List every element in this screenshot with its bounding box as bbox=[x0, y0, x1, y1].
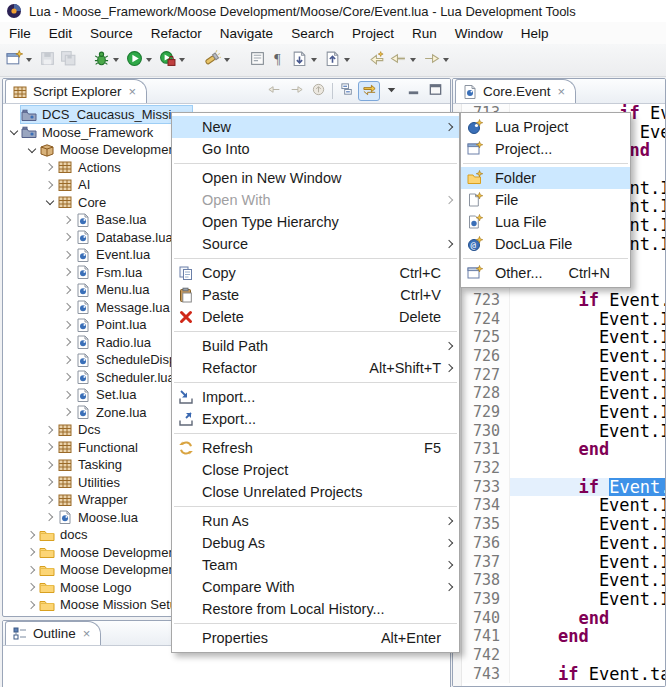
menu-item-run-as[interactable]: Run As bbox=[172, 510, 459, 532]
search-button[interactable] bbox=[203, 48, 234, 72]
collapse-all-button[interactable] bbox=[336, 81, 358, 101]
chevron-collapsed-icon[interactable] bbox=[43, 164, 57, 170]
menubar-item-run[interactable]: Run bbox=[403, 24, 446, 43]
menu-item-copy[interactable]: CopyCtrl+C bbox=[172, 262, 459, 284]
chevron-expanded-icon[interactable] bbox=[7, 130, 21, 134]
tree-item-content[interactable]: Base.lua bbox=[75, 211, 147, 228]
back-button[interactable] bbox=[389, 48, 420, 72]
close-icon[interactable]: × bbox=[558, 85, 566, 98]
chevron-collapsed-icon[interactable] bbox=[61, 269, 75, 275]
tab-core-event[interactable]: Core.Event × bbox=[455, 79, 576, 103]
link-with-editor-button[interactable] bbox=[358, 81, 380, 101]
debug-button[interactable] bbox=[92, 48, 123, 72]
dropdown-arrow-icon[interactable] bbox=[113, 58, 119, 62]
menubar-item-file[interactable]: File bbox=[0, 24, 40, 43]
menu-item-go-into[interactable]: Go Into bbox=[172, 138, 459, 160]
menubar-item-search[interactable]: Search bbox=[282, 24, 343, 43]
chevron-collapsed-icon[interactable] bbox=[61, 357, 75, 363]
chevron-collapsed-icon[interactable] bbox=[61, 409, 75, 415]
next-annotation-button[interactable] bbox=[290, 48, 321, 72]
tree-item-content[interactable]: Zone.lua bbox=[75, 404, 147, 421]
menu-item-close-project[interactable]: Close Project bbox=[172, 459, 459, 481]
menubar-item-source[interactable]: Source bbox=[81, 24, 142, 43]
chevron-collapsed-icon[interactable] bbox=[25, 602, 39, 608]
tree-item-content[interactable]: Utilities bbox=[57, 474, 120, 491]
tree-item-content[interactable]: Dcs bbox=[57, 421, 100, 438]
chevron-collapsed-icon[interactable] bbox=[25, 532, 39, 538]
tree-item-content[interactable]: Set.lua bbox=[75, 386, 136, 403]
coverage-button[interactable] bbox=[158, 48, 189, 72]
dropdown-arrow-icon[interactable] bbox=[224, 58, 230, 62]
tree-item-selected-content[interactable]: DCS_Caucasus_Missions bbox=[21, 106, 192, 123]
chevron-collapsed-icon[interactable] bbox=[61, 234, 75, 240]
chevron-collapsed-icon[interactable] bbox=[43, 444, 57, 450]
menu-item-open-type-hierarchy[interactable]: Open Type Hierarchy bbox=[172, 211, 459, 233]
tree-item-content[interactable]: Radio.lua bbox=[75, 334, 151, 351]
chevron-collapsed-icon[interactable] bbox=[61, 252, 75, 258]
menu-item-open-in-new-window[interactable]: Open in New Window bbox=[172, 167, 459, 189]
prev-annotation-button[interactable] bbox=[323, 48, 354, 72]
tree-item-content[interactable]: Actions bbox=[57, 159, 121, 176]
chevron-collapsed-icon[interactable] bbox=[25, 567, 39, 573]
go-up-button[interactable] bbox=[307, 81, 329, 101]
menu-item-lua-project[interactable]: Lua Project bbox=[461, 116, 630, 138]
tree-item-content[interactable]: Moose_Framework bbox=[21, 124, 153, 141]
tree-item-content[interactable]: AI bbox=[57, 176, 90, 193]
menu-item-delete[interactable]: DeleteDelete bbox=[172, 306, 459, 328]
menu-item-lua-file[interactable]: Lua File bbox=[461, 211, 630, 233]
tree-item-content[interactable]: Fsm.lua bbox=[75, 264, 142, 281]
menu-item-paste[interactable]: PasteCtrl+V bbox=[172, 284, 459, 306]
menu-item-team[interactable]: Team bbox=[172, 554, 459, 576]
tab-script-explorer[interactable]: Script Explorer × bbox=[5, 79, 147, 103]
tree-item-content[interactable]: docs bbox=[39, 526, 87, 543]
close-icon[interactable]: × bbox=[129, 85, 137, 98]
dropdown-arrow-icon[interactable] bbox=[443, 58, 449, 62]
chevron-collapsed-icon[interactable] bbox=[43, 497, 57, 503]
menu-item-close-unrelated-projects[interactable]: Close Unrelated Projects bbox=[172, 481, 459, 503]
close-icon[interactable]: × bbox=[83, 627, 91, 640]
new-wizard-button[interactable] bbox=[5, 48, 36, 72]
chevron-expanded-icon[interactable] bbox=[25, 148, 39, 152]
menu-item-new[interactable]: New bbox=[172, 116, 459, 138]
tree-item-content[interactable]: Moose Development bbox=[39, 141, 179, 158]
chevron-collapsed-icon[interactable] bbox=[61, 217, 75, 223]
view-menu-button[interactable] bbox=[380, 81, 402, 101]
tree-item-content[interactable]: Scheduler.lua bbox=[75, 369, 175, 386]
last-edit-location-button[interactable] bbox=[368, 48, 387, 72]
menu-item-other[interactable]: Other...Ctrl+N bbox=[461, 262, 630, 284]
show-whitespace-button[interactable]: ¶ bbox=[269, 48, 288, 72]
menubar-item-project[interactable]: Project bbox=[343, 24, 403, 43]
tab-outline[interactable]: Outline × bbox=[5, 621, 101, 645]
minimize-button[interactable] bbox=[402, 81, 424, 101]
menu-item-restore-from-local-history[interactable]: Restore from Local History... bbox=[172, 598, 459, 620]
view-forward-button[interactable] bbox=[285, 81, 307, 101]
chevron-collapsed-icon[interactable] bbox=[43, 514, 57, 520]
menu-item-source[interactable]: Source bbox=[172, 233, 459, 255]
tree-item-content[interactable]: Event.lua bbox=[75, 246, 150, 263]
view-back-button[interactable] bbox=[263, 81, 285, 101]
menubar-item-edit[interactable]: Edit bbox=[40, 24, 81, 43]
menu-item-build-path[interactable]: Build Path bbox=[172, 335, 459, 357]
menu-item-properties[interactable]: PropertiesAlt+Enter bbox=[172, 627, 459, 649]
tree-item-content[interactable]: Core bbox=[57, 194, 106, 211]
maximize-button[interactable] bbox=[424, 81, 446, 101]
menu-item-folder[interactable]: Folder bbox=[461, 167, 630, 189]
dropdown-arrow-icon[interactable] bbox=[179, 58, 185, 62]
chevron-collapsed-icon[interactable] bbox=[61, 322, 75, 328]
chevron-expanded-icon[interactable] bbox=[43, 200, 57, 204]
chevron-collapsed-icon[interactable] bbox=[43, 182, 57, 188]
dropdown-arrow-icon[interactable] bbox=[26, 58, 32, 62]
dropdown-arrow-icon[interactable] bbox=[146, 58, 152, 62]
tree-item-content[interactable]: Moose.lua bbox=[57, 509, 138, 526]
chevron-collapsed-icon[interactable] bbox=[25, 584, 39, 590]
menubar-item-help[interactable]: Help bbox=[512, 24, 558, 43]
menu-item-refactor[interactable]: RefactorAlt+Shift+T bbox=[172, 357, 459, 379]
dropdown-arrow-icon[interactable] bbox=[410, 58, 416, 62]
chevron-collapsed-icon[interactable] bbox=[43, 479, 57, 485]
menu-item-export[interactable]: Export... bbox=[172, 408, 459, 430]
chevron-collapsed-icon[interactable] bbox=[61, 287, 75, 293]
menu-item-import[interactable]: Import... bbox=[172, 386, 459, 408]
menu-item-doclua-file[interactable]: @DocLua File bbox=[461, 233, 630, 255]
tree-item-content[interactable]: Message.lua bbox=[75, 299, 170, 316]
chevron-collapsed-icon[interactable] bbox=[61, 304, 75, 310]
